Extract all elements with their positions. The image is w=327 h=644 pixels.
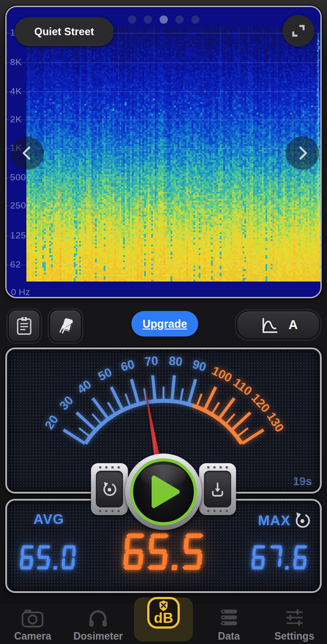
current-value: [122, 532, 205, 571]
tab-label: Camera: [14, 631, 51, 641]
elapsed-time-label: 19s: [293, 475, 312, 488]
gauge-tick-label: 90: [191, 357, 207, 374]
camera-icon: [21, 607, 44, 629]
reset-button[interactable]: [96, 471, 123, 508]
db-badge-icon: dB: [147, 597, 180, 629]
db-badge-text: dB: [154, 611, 173, 626]
frequency-axis-zero-label: 0 Hz: [11, 287, 30, 297]
seven-segment-digit: [181, 532, 206, 571]
preset-name-label: Quiet Street: [34, 26, 94, 37]
tab-label: Settings: [274, 631, 314, 641]
play-icon: [150, 474, 183, 509]
tab-camera[interactable]: Camera: [0, 604, 65, 644]
gauge-tick-label: 120: [249, 391, 273, 415]
reset-wing: [91, 463, 128, 515]
spectrogram-canvas: [7, 7, 320, 297]
seven-segment-digit: [52, 545, 60, 570]
tab-meter[interactable]: dB Meter: [131, 604, 196, 644]
seven-segment-digit: [267, 545, 284, 570]
page-dot: [144, 15, 152, 24]
swipe-cards-icon: [56, 316, 75, 336]
freq-label: 500: [10, 172, 26, 183]
report-button[interactable]: [8, 310, 40, 342]
reset-max-icon[interactable]: [293, 511, 312, 530]
seven-segment-digit: [121, 532, 146, 571]
save-button[interactable]: [204, 471, 231, 508]
avg-value: [18, 545, 77, 570]
reset-icon: [101, 481, 118, 498]
gauge-tick-label: 30: [57, 393, 76, 413]
next-page-button[interactable]: [286, 136, 319, 170]
seven-segment-digit: [36, 545, 52, 570]
swipe-cards-button[interactable]: [49, 310, 82, 342]
max-label: MAX: [258, 512, 291, 529]
server-list-icon: [218, 607, 240, 629]
gauge-tick-label: 40: [75, 377, 94, 396]
shield-icon: [158, 600, 169, 611]
save-icon: [209, 481, 226, 498]
gauge-tick-label: 60: [119, 357, 136, 374]
seven-segment-digit: [170, 532, 181, 571]
freq-label: 250: [10, 200, 26, 211]
upgrade-button[interactable]: Upgrade: [131, 311, 198, 337]
freq-label: 2K: [10, 114, 22, 124]
avg-label: AVG: [33, 511, 64, 527]
fullscreen-icon: [289, 21, 308, 40]
page-dot: [191, 15, 200, 24]
seven-segment-digit: [60, 545, 77, 570]
seven-segment-digit: [18, 545, 35, 570]
frequency-weighting-button[interactable]: A: [236, 311, 320, 339]
tab-bar: Camera Dosimeter dB Meter: [0, 604, 327, 644]
tab-label: Data: [218, 631, 240, 641]
seven-segment-digit: [284, 545, 291, 570]
freq-label: 4K: [10, 86, 22, 96]
sound-meter-app: 16K8K4K2K1K50025012562 0 Hz Quiet Street: [0, 0, 327, 644]
play-button-face: [130, 458, 197, 525]
clipboard-icon: [15, 316, 33, 336]
page-dot: [160, 15, 168, 24]
freq-label: 8K: [10, 57, 22, 67]
seven-segment-digit: [250, 545, 267, 570]
gauge-tick-label: 110: [231, 376, 255, 399]
tab-dosimeter[interactable]: Dosimeter: [65, 604, 131, 644]
spectrogram-panel[interactable]: 16K8K4K2K1K50025012562 0 Hz Quiet Street: [5, 6, 322, 298]
gauge-tick-label: 100: [210, 364, 234, 385]
headphones-icon: [87, 607, 109, 629]
freq-label: 125: [10, 230, 26, 241]
gauge-tick-label: 80: [168, 354, 183, 369]
gauge-tick-label: 130: [264, 410, 287, 435]
sliders-icon: [283, 607, 305, 629]
tab-label: Dosimeter: [73, 631, 123, 641]
page-dot: [175, 15, 184, 24]
fullscreen-button[interactable]: [283, 15, 314, 47]
page-dots: [128, 15, 200, 24]
freq-label: 62: [10, 259, 21, 270]
seven-segment-digit: [146, 532, 171, 571]
seven-segment-digit: [292, 545, 309, 570]
tab-data[interactable]: Data: [196, 604, 262, 644]
gauge-tick-label: 70: [144, 354, 159, 369]
gauge-tick-label: 50: [96, 365, 114, 384]
gauge-tick-label: 20: [42, 413, 61, 432]
prev-page-button[interactable]: [11, 136, 44, 170]
chevron-left-icon: [18, 144, 36, 162]
weighting-value-label: A: [289, 318, 298, 332]
tab-settings[interactable]: Settings: [262, 604, 327, 644]
preset-name-button[interactable]: Quiet Street: [15, 17, 114, 46]
chevron-right-icon: [294, 144, 311, 162]
save-wing: [199, 463, 236, 515]
play-button[interactable]: [125, 454, 202, 530]
page-dot: [128, 15, 136, 24]
response-curve-icon: [259, 316, 279, 334]
max-value: [250, 545, 309, 570]
